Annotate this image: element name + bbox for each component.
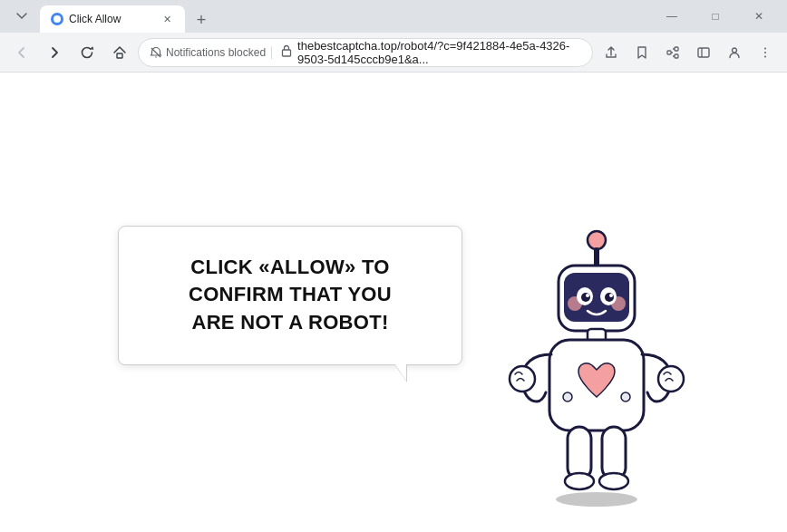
notifications-blocked-text: Notifications blocked [166, 46, 266, 59]
extensions-button[interactable] [658, 38, 687, 67]
back-button[interactable] [7, 38, 36, 67]
home-button[interactable] [105, 38, 134, 67]
profile-button[interactable] [720, 38, 749, 67]
tab-favicon [51, 13, 63, 25]
maximize-button[interactable]: □ [695, 4, 736, 29]
speech-bubble: CLICK «ALLOW» TO CONFIRM THAT YOU ARE NO… [118, 226, 462, 365]
tab-title: Click Allow [69, 13, 154, 25]
url-text: thebestcaptcha.top/robot4/?c=9f421884-4e… [297, 39, 581, 66]
tab-list-button[interactable] [7, 2, 36, 31]
svg-point-25 [586, 294, 589, 297]
svg-rect-7 [675, 54, 678, 58]
svg-point-15 [588, 231, 606, 249]
speech-text-line1: CLICK «ALLOW» TO CONFIRM THAT YOU [189, 256, 392, 306]
svg-rect-6 [675, 47, 678, 51]
active-tab[interactable]: Click Allow ✕ [40, 5, 185, 33]
sidebar-button[interactable] [689, 38, 718, 67]
svg-rect-5 [667, 51, 671, 54]
content-area: CLICK «ALLOW» TO CONFIRM THAT YOU ARE NO… [0, 73, 787, 532]
bookmark-button[interactable] [627, 38, 656, 67]
svg-point-10 [733, 48, 737, 53]
close-button[interactable]: ✕ [738, 4, 780, 29]
forward-button[interactable] [40, 38, 69, 67]
svg-point-34 [599, 473, 628, 489]
new-tab-button[interactable]: + [189, 7, 214, 33]
svg-point-23 [581, 293, 590, 302]
svg-point-13 [764, 55, 766, 57]
svg-point-12 [764, 52, 766, 53]
svg-rect-32 [602, 427, 626, 479]
address-bar[interactable]: Notifications blocked thebestcaptcha.top… [138, 38, 593, 67]
svg-point-35 [563, 392, 572, 401]
captcha-message: CLICK «ALLOW» TO CONFIRM THAT YOU ARE NO… [155, 254, 425, 337]
robot-illustration [497, 220, 696, 514]
notifications-blocked-indicator: Notifications blocked [150, 46, 272, 59]
lock-icon [281, 44, 292, 60]
window-controls: — □ ✕ [651, 4, 780, 29]
svg-point-14 [556, 492, 637, 507]
menu-button[interactable] [751, 38, 780, 67]
svg-point-11 [764, 47, 766, 49]
browser-frame: Click Allow ✕ + — □ ✕ Notifications bl [0, 0, 787, 532]
svg-point-24 [605, 293, 614, 302]
share-button[interactable] [597, 38, 626, 67]
svg-point-0 [53, 15, 61, 23]
svg-point-36 [621, 392, 630, 401]
reload-button[interactable] [73, 38, 102, 67]
svg-point-26 [609, 294, 613, 297]
title-bar: Click Allow ✕ + — □ ✕ [0, 0, 787, 33]
page-content: CLICK «ALLOW» TO CONFIRM THAT YOU ARE NO… [0, 73, 787, 532]
svg-rect-1 [117, 53, 122, 58]
minimize-button[interactable]: — [651, 4, 693, 29]
speech-text-line2: ARE NOT A ROBOT! [191, 311, 388, 334]
svg-rect-31 [568, 427, 591, 479]
tab-strip: Click Allow ✕ + [40, 0, 647, 33]
svg-rect-4 [283, 50, 291, 56]
toolbar-actions [597, 38, 780, 67]
svg-point-33 [565, 473, 594, 489]
toolbar: Notifications blocked thebestcaptcha.top… [0, 33, 787, 73]
tab-close-button[interactable]: ✕ [160, 12, 174, 26]
speech-bubble-wrapper: CLICK «ALLOW» TO CONFIRM THAT YOU ARE NO… [118, 226, 462, 365]
svg-rect-8 [698, 48, 709, 57]
